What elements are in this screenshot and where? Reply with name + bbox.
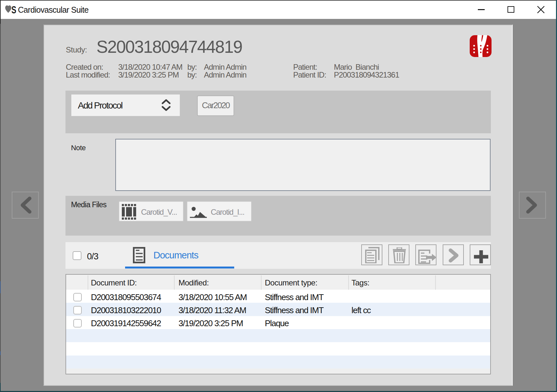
svg-text:S: S bbox=[11, 5, 16, 14]
